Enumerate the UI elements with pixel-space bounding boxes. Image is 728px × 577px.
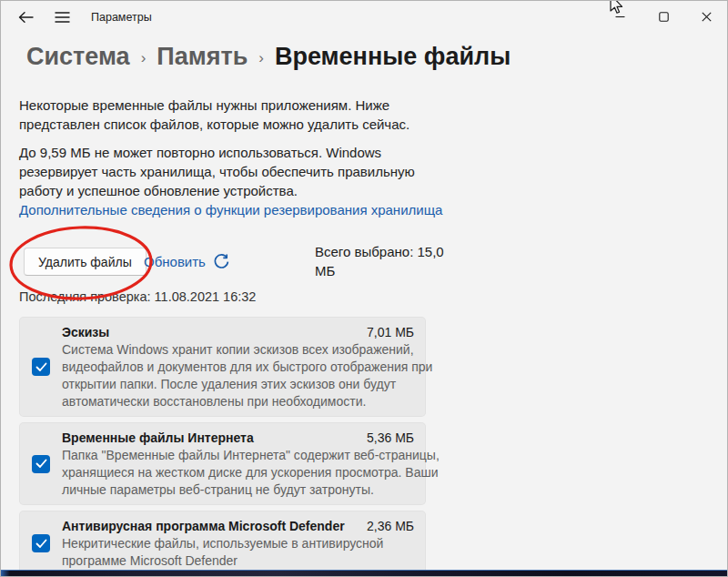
last-check-label: Последняя проверка: 11.08.2021 16:32 — [19, 289, 256, 304]
settings-window: Параметры Система › Память › Временные ф… — [0, 0, 728, 577]
refresh-icon — [213, 253, 230, 270]
delete-files-button[interactable]: Удалить файлы — [24, 248, 147, 276]
menu-button[interactable] — [48, 5, 76, 29]
maximize-button[interactable] — [643, 3, 683, 30]
item-title: Временные файлы Интернета — [62, 429, 254, 447]
breadcrumb: Система › Память › Временные файлы — [26, 43, 511, 71]
refresh-label: Обновить — [144, 254, 206, 269]
maximize-icon — [659, 12, 669, 22]
mouse-cursor-icon — [605, 0, 625, 16]
chevron-right-icon: › — [258, 46, 264, 67]
close-button[interactable] — [686, 3, 726, 30]
hamburger-icon — [55, 12, 70, 23]
chevron-right-icon: › — [141, 46, 147, 67]
back-arrow-icon — [18, 11, 34, 24]
item-size: 7,01 МБ — [367, 323, 414, 341]
breadcrumb-system[interactable]: Система — [26, 43, 130, 71]
breadcrumb-storage[interactable]: Память — [157, 43, 248, 71]
close-icon — [702, 12, 712, 22]
item-description: Некритические файлы, используемые в анти… — [62, 535, 414, 570]
item-description: Папка "Временные файлы Интернета" содерж… — [62, 447, 414, 499]
list-item-internet-temp: Временные файлы Интернета 5,36 МБ Папка … — [19, 422, 426, 505]
background-window-edge — [1, 570, 727, 576]
list-item-thumbnails: Эскизы 7,01 МБ Система Windows хранит ко… — [19, 317, 426, 417]
intro-paragraph-1: Некоторые временные файлы нужны приложен… — [19, 96, 447, 134]
window-title: Параметры — [91, 11, 152, 24]
back-button[interactable] — [12, 5, 39, 29]
checkbox-internet-temp[interactable] — [32, 455, 50, 473]
item-description: Система Windows хранит копии эскизов все… — [62, 341, 414, 410]
item-title: Антивирусная программа Microsoft Defende… — [62, 517, 345, 535]
item-size: 5,36 МБ — [367, 429, 414, 447]
temp-file-list: Эскизы 7,01 МБ Система Windows хранит ко… — [19, 317, 426, 577]
checkbox-thumbnails[interactable] — [32, 358, 50, 376]
list-item-defender: Антивирусная программа Microsoft Defende… — [19, 511, 426, 576]
item-size: 2,36 МБ — [367, 517, 414, 535]
refresh-link[interactable]: Обновить — [144, 253, 230, 270]
item-title: Эскизы — [62, 323, 109, 341]
storage-reserve-link[interactable]: Дополнительные сведения о функции резерв… — [19, 202, 442, 218]
breadcrumb-temp-files: Временные файлы — [275, 43, 511, 71]
intro-paragraph-2: До 9,59 МБ не может повторно использоват… — [19, 143, 447, 200]
total-selected-label: Всего выбрано: 15,0 МБ — [315, 242, 442, 280]
checkbox-defender[interactable] — [32, 534, 50, 552]
